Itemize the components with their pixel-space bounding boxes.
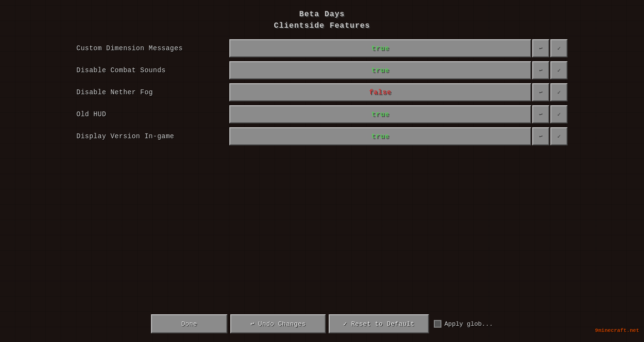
setting-check-button[interactable]: ✓ (550, 127, 568, 145)
bottom-bar: Done ↩ Undo Changes ✓ Reset to Default A… (0, 314, 644, 333)
setting-row: Disable Combat Soundstrue↩✓ (76, 60, 568, 80)
setting-value-button[interactable]: true (229, 105, 531, 123)
title-line2: Clientside Features (0, 20, 644, 32)
setting-undo-button[interactable]: ↩ (532, 39, 549, 57)
setting-undo-button[interactable]: ↩ (532, 61, 549, 79)
setting-row: Custom Dimension Messagestrue↩✓ (76, 38, 568, 58)
setting-check-button[interactable]: ✓ (550, 39, 568, 57)
setting-row: Disable Nether Fogfalse↩✓ (76, 82, 568, 102)
setting-label: Disable Combat Sounds (76, 66, 229, 74)
setting-value-button[interactable]: true (229, 61, 531, 79)
setting-check-button[interactable]: ✓ (550, 61, 568, 79)
setting-undo-button[interactable]: ↩ (532, 105, 549, 123)
setting-row: Old HUDtrue↩✓ (76, 104, 568, 124)
apply-global-checkbox[interactable] (434, 320, 441, 328)
setting-check-button[interactable]: ✓ (550, 105, 568, 123)
watermark: 9minecraft.net (595, 328, 639, 333)
setting-label: Display Version In-game (76, 132, 229, 140)
setting-label: Old HUD (76, 110, 229, 118)
setting-check-button[interactable]: ✓ (550, 83, 568, 101)
apply-global-container: Apply glob... (434, 320, 493, 328)
setting-label: Custom Dimension Messages (76, 44, 229, 52)
setting-row: Display Version In-gametrue↩✓ (76, 126, 568, 146)
undo-changes-button[interactable]: ↩ Undo Changes (230, 314, 326, 333)
setting-value-button[interactable]: false (229, 83, 531, 101)
setting-value-button[interactable]: true (229, 127, 531, 145)
reset-to-default-button[interactable]: ✓ Reset to Default (329, 314, 429, 333)
title-line1: Beta Days (0, 9, 644, 20)
page-title: Beta Days Clientside Features (0, 0, 644, 32)
setting-value-button[interactable]: true (229, 39, 531, 57)
settings-container: Custom Dimension Messagestrue↩✓Disable C… (76, 38, 568, 148)
setting-label: Disable Nether Fog (76, 88, 229, 96)
setting-undo-button[interactable]: ↩ (532, 83, 549, 101)
apply-global-label: Apply glob... (444, 320, 493, 328)
done-button[interactable]: Done (151, 314, 227, 333)
setting-undo-button[interactable]: ↩ (532, 127, 549, 145)
